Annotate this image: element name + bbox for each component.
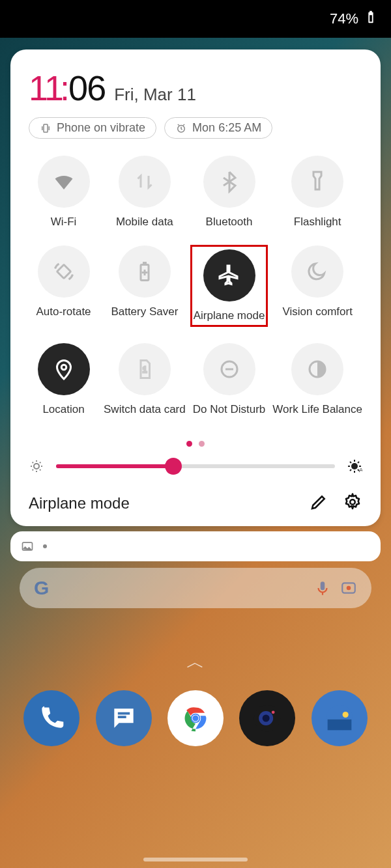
chevron-up-icon[interactable]: ︿ (0, 650, 391, 675)
tile-switch-sim[interactable]: 1 Switch data card (104, 343, 186, 416)
battery-saver-icon (133, 260, 156, 283)
tile-battery-saver[interactable]: Battery Saver (104, 245, 186, 326)
svg-point-22 (272, 710, 275, 714)
svg-point-11 (350, 499, 355, 505)
app-gallery[interactable] (311, 690, 368, 746)
flashlight-icon (306, 170, 329, 193)
app-camera[interactable] (239, 690, 295, 746)
svg-rect-2 (57, 264, 70, 278)
alarm-icon (175, 122, 187, 134)
nav-handle[interactable] (143, 858, 248, 861)
vibrate-chip[interactable]: Phone on vibrate (29, 117, 156, 139)
tile-wifi[interactable]: Wi-Fi (29, 156, 98, 229)
svg-point-18 (192, 715, 198, 721)
notif-dot (43, 544, 47, 548)
svg-point-25 (342, 712, 348, 718)
messages-icon (109, 704, 138, 733)
dock (0, 675, 391, 746)
tile-work-life[interactable]: Work Life Balance (272, 343, 362, 416)
settings-button[interactable] (328, 492, 362, 514)
tile-location[interactable]: Location (29, 343, 98, 416)
app-phone[interactable] (23, 690, 80, 746)
svg-point-4 (61, 365, 66, 370)
svg-point-9 (351, 463, 358, 469)
camera-icon (253, 704, 282, 733)
bluetooth-icon (218, 170, 241, 193)
tile-mobile-data[interactable]: Mobile data (104, 156, 186, 229)
brightness-auto-icon[interactable]: A (347, 458, 362, 474)
page-dots[interactable] (29, 441, 362, 447)
brightness-row: A (29, 458, 362, 474)
svg-point-21 (263, 715, 270, 722)
tile-vision-comfort[interactable]: Vision comfort (272, 245, 362, 326)
sim-icon: 1 (133, 357, 156, 381)
gallery-icon (325, 704, 354, 733)
tile-bluetooth[interactable]: Bluetooth (191, 156, 268, 229)
image-icon (21, 540, 34, 553)
clock-row: 11:06 Fri, Mar 11 (29, 68, 362, 108)
clock: 11:06 (29, 68, 105, 108)
phone-icon (37, 704, 66, 733)
battery-percentage: 74% (330, 10, 358, 27)
mic-icon[interactable] (314, 580, 331, 596)
notification-strip[interactable] (10, 531, 381, 561)
pencil-icon (309, 492, 328, 512)
work-life-icon (306, 357, 329, 381)
location-icon (52, 357, 76, 381)
alarm-chip[interactable]: Mon 6:25 AM (164, 117, 272, 139)
chrome-icon (181, 704, 210, 733)
app-chrome[interactable] (167, 690, 224, 746)
brightness-thumb[interactable] (165, 458, 182, 475)
svg-text:1: 1 (143, 365, 147, 374)
svg-rect-0 (44, 124, 48, 132)
edit-button[interactable] (295, 492, 328, 514)
footer-title: Airplane mode (29, 494, 295, 512)
page-dot-2 (199, 441, 205, 447)
mobile-data-icon (133, 170, 156, 193)
svg-rect-24 (327, 720, 351, 731)
google-logo: G (34, 577, 49, 599)
panel-footer: Airplane mode (29, 492, 362, 514)
svg-point-8 (34, 464, 39, 469)
tile-flashlight[interactable]: Flashlight (272, 156, 362, 229)
svg-point-14 (347, 586, 351, 591)
tiles-grid: Wi-Fi Mobile data Bluetooth Flashlight A… (29, 156, 362, 416)
google-search-bar[interactable]: G (20, 568, 371, 608)
status-bar: 74% (0, 0, 391, 38)
lens-icon[interactable] (340, 580, 357, 596)
tile-auto-rotate[interactable]: Auto-rotate (29, 245, 98, 326)
battery-icon (364, 10, 378, 28)
page-dot-1 (186, 441, 192, 447)
app-messages[interactable] (96, 690, 152, 746)
dnd-icon (218, 357, 241, 381)
moon-icon (306, 260, 329, 283)
date-label: Fri, Mar 11 (114, 85, 196, 105)
tile-airplane-mode[interactable]: Airplane mode (191, 245, 268, 326)
airplane-icon (218, 264, 241, 287)
brightness-low-icon (29, 458, 44, 474)
gear-icon (343, 492, 362, 512)
brightness-slider[interactable] (56, 464, 335, 468)
auto-rotate-icon (52, 260, 76, 283)
tile-dnd[interactable]: Do Not Disturb (191, 343, 268, 416)
vibrate-icon (40, 122, 51, 134)
quick-settings-panel: 11:06 Fri, Mar 11 Phone on vibrate Mon 6… (10, 49, 381, 526)
wifi-icon (52, 170, 76, 193)
svg-text:A: A (359, 467, 362, 473)
